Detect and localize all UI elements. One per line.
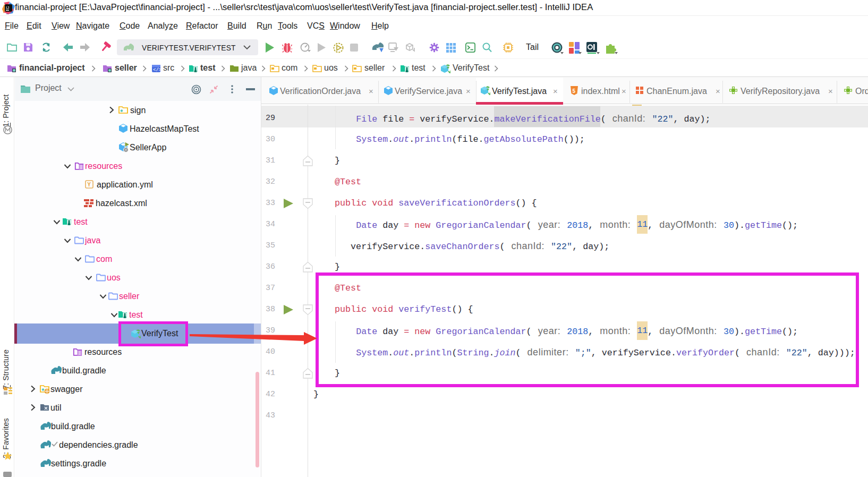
svg-text:IJ: IJ bbox=[6, 5, 9, 10]
